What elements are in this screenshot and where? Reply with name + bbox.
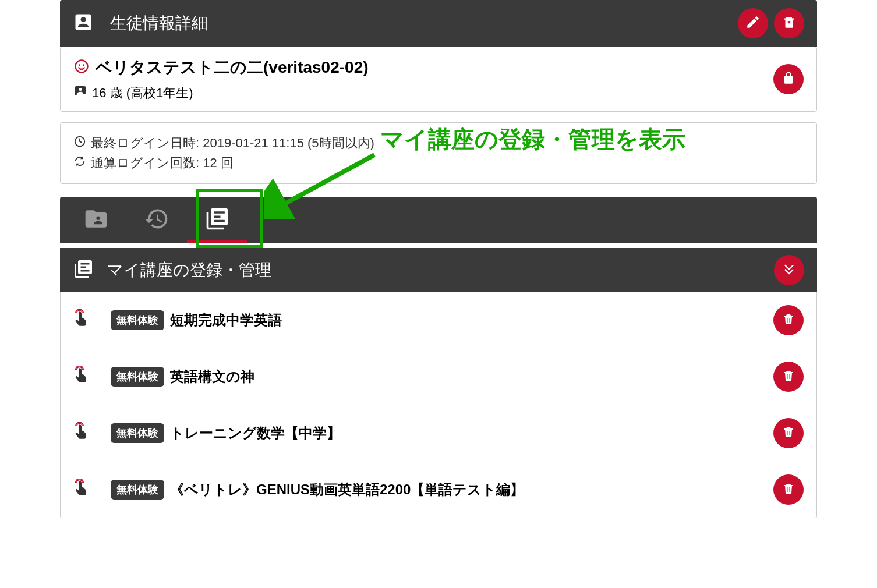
- pencil-icon: [745, 15, 761, 32]
- lock-icon: [781, 70, 796, 88]
- lock-button[interactable]: [773, 64, 804, 94]
- clock-icon: [73, 135, 86, 151]
- history-icon: [144, 206, 169, 234]
- student-info-card: ベリタステスト二の二(veritas02-02) 16 歳 (高校1年生): [60, 47, 817, 112]
- svg-point-0: [76, 61, 88, 73]
- svg-point-1: [79, 64, 80, 66]
- course-name: トレーニング数学【中学】: [170, 424, 341, 442]
- delete-course-button[interactable]: [773, 474, 804, 505]
- library-books-icon: [204, 206, 230, 234]
- smiley-icon: [73, 58, 90, 77]
- course-item[interactable]: 無料体験英語構文の神: [61, 349, 816, 405]
- folder-shared-icon: [83, 206, 109, 234]
- tab-bar: [60, 197, 817, 243]
- trial-badge: 無料体験: [111, 480, 164, 500]
- tab-history[interactable]: [126, 197, 187, 243]
- trial-badge: 無料体験: [111, 423, 164, 443]
- trash-icon: [781, 369, 795, 385]
- trash-icon: [781, 425, 795, 441]
- chevron-double-down-icon: [781, 261, 797, 279]
- section-title: マイ講座の登録・管理: [107, 259, 271, 281]
- tab-folder[interactable]: [66, 197, 126, 243]
- student-age: 16 歳 (高校1年生): [92, 84, 193, 102]
- refresh-icon: [73, 155, 86, 171]
- expand-all-button[interactable]: [774, 255, 804, 285]
- course-list: 無料体験短期完成中学英語無料体験英語構文の神無料体験トレーニング数学【中学】無料…: [60, 292, 817, 518]
- course-name: 英語構文の神: [170, 367, 254, 386]
- delete-button[interactable]: [774, 8, 804, 38]
- trash-x-icon: [781, 15, 797, 32]
- trash-icon: [781, 312, 795, 328]
- edit-button[interactable]: [738, 8, 768, 38]
- account-box-icon: [73, 12, 94, 35]
- touch-icon: [73, 309, 91, 331]
- delete-course-button[interactable]: [773, 362, 804, 392]
- course-item[interactable]: 無料体験《ベリトレ》GENIUS動画英単語2200【単語テスト編】: [61, 462, 816, 518]
- last-login-text: 最終ログイン日時: 2019-01-21 11:15 (5時間以内): [91, 134, 374, 152]
- course-item[interactable]: 無料体験短期完成中学英語: [61, 292, 816, 349]
- course-name: 短期完成中学英語: [170, 311, 282, 330]
- page-header: 生徒情報詳細: [60, 0, 817, 47]
- delete-course-button[interactable]: [773, 418, 804, 448]
- svg-point-2: [83, 64, 84, 66]
- course-item[interactable]: 無料体験トレーニング数学【中学】: [61, 405, 816, 462]
- library-books-icon: [73, 258, 94, 282]
- trial-badge: 無料体験: [111, 310, 164, 330]
- touch-icon: [73, 422, 91, 444]
- login-info-card: 最終ログイン日時: 2019-01-21 11:15 (5時間以内) 通算ログイ…: [60, 122, 817, 184]
- student-name: ベリタステスト二の二(veritas02-02): [96, 56, 369, 79]
- course-name: 《ベリトレ》GENIUS動画英単語2200【単語テスト編】: [170, 480, 524, 499]
- total-login-text: 通算ログイン回数: 12 回: [91, 154, 234, 172]
- touch-icon: [73, 479, 91, 501]
- touch-icon: [73, 366, 91, 388]
- page-title: 生徒情報詳細: [110, 12, 208, 34]
- trial-badge: 無料体験: [111, 367, 164, 387]
- id-card-icon: [73, 84, 87, 102]
- section-header: マイ講座の登録・管理: [60, 248, 817, 292]
- tab-courses[interactable]: [187, 197, 247, 243]
- trash-icon: [781, 481, 795, 498]
- delete-course-button[interactable]: [773, 305, 804, 335]
